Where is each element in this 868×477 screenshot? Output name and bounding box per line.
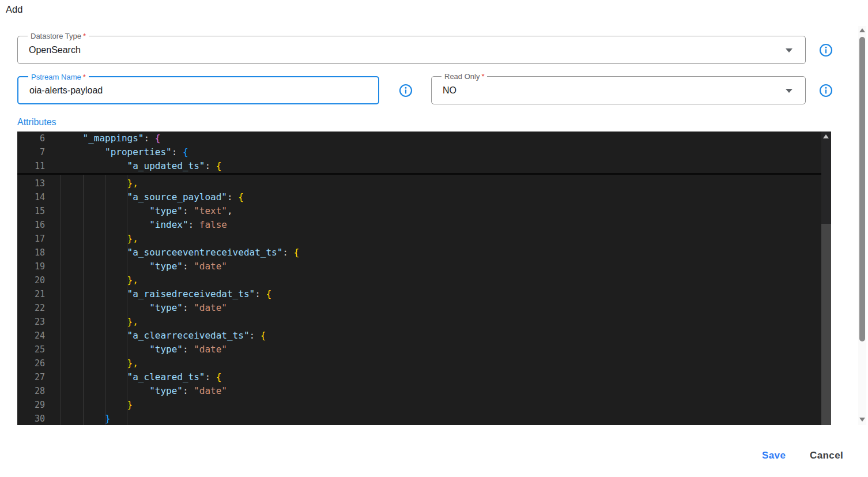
- read-only-label-text: Read Only: [444, 72, 480, 81]
- pstream-name-input[interactable]: [29, 77, 366, 103]
- code-text: },: [61, 356, 138, 370]
- editor-scrollbar[interactable]: [821, 132, 831, 425]
- line-number: 20: [17, 273, 45, 287]
- code-line[interactable]: 24"a_clearreceivedat_ts": {: [17, 329, 821, 343]
- line-number: 25: [17, 343, 45, 356]
- save-button[interactable]: Save: [758, 449, 789, 462]
- cancel-button[interactable]: Cancel: [806, 449, 847, 462]
- read-only-select[interactable]: Read Only* NO: [431, 76, 806, 104]
- line-number: 17: [17, 232, 45, 246]
- scroll-down-arrow-icon[interactable]: [859, 418, 865, 422]
- datastore-type-value: OpenSearch: [29, 45, 81, 55]
- code-line[interactable]: 15"type": "text",: [17, 204, 821, 218]
- code-line[interactable]: 22"type": "date": [17, 301, 821, 315]
- dropdown-arrow-icon[interactable]: [786, 48, 792, 52]
- line-number: 21: [17, 287, 45, 301]
- code-line[interactable]: 14"a_source_payload": {: [17, 190, 821, 204]
- code-line[interactable]: 16"index": false: [17, 218, 821, 232]
- code-text: "type": "text",: [61, 204, 233, 218]
- line-number: 6: [17, 132, 45, 145]
- code-line[interactable]: 23},: [17, 315, 821, 329]
- code-text: "_mappings": {: [61, 132, 160, 145]
- code-text: }: [61, 398, 133, 412]
- code-text: "type": "date": [61, 384, 227, 398]
- line-number: 15: [17, 204, 45, 218]
- datastore-type-label: Datastore Type*: [28, 32, 89, 40]
- line-number: 16: [17, 218, 45, 232]
- line-number: 7: [17, 145, 45, 159]
- code-line[interactable]: 7"properties": {: [17, 145, 821, 159]
- line-number: 13: [17, 176, 45, 190]
- code-line[interactable]: 13},: [17, 176, 821, 190]
- line-number: 29: [17, 398, 45, 412]
- code-text: }: [61, 412, 111, 425]
- info-icon[interactable]: [819, 84, 833, 97]
- scroll-up-arrow-icon[interactable]: [823, 134, 829, 138]
- page-scrollbar-thumb[interactable]: [859, 37, 865, 341]
- read-only-value: NO: [443, 85, 456, 96]
- code-text: "a_sourceeventreceivedat_ts": {: [61, 246, 299, 260]
- scroll-up-arrow-icon[interactable]: [859, 28, 865, 32]
- code-text: "a_cleared_ts": {: [61, 370, 221, 384]
- required-asterisk: *: [83, 32, 86, 40]
- code-text: },: [61, 273, 138, 287]
- editor-sticky-scroll[interactable]: 6"_mappings": {7"properties": {11"a_upda…: [17, 132, 821, 175]
- line-number: 28: [17, 384, 45, 398]
- line-number: 19: [17, 260, 45, 273]
- add-datastore-page: Add Datastore Type* OpenSearch Pstream N…: [0, 0, 868, 477]
- code-line[interactable]: 27"a_cleared_ts": {: [17, 370, 821, 384]
- code-text: },: [61, 176, 138, 190]
- code-editor[interactable]: 12"type": "date"13},14"a_source_payload"…: [17, 132, 831, 425]
- line-number: 14: [17, 190, 45, 204]
- line-number: 27: [17, 370, 45, 384]
- code-line[interactable]: 19"type": "date": [17, 260, 821, 273]
- line-number: 18: [17, 246, 45, 260]
- line-number: 30: [17, 412, 45, 425]
- line-number: 22: [17, 301, 45, 315]
- info-icon[interactable]: [819, 43, 833, 57]
- line-number: 23: [17, 315, 45, 329]
- code-text: "properties": {: [61, 145, 188, 159]
- code-line[interactable]: 30}: [17, 412, 821, 425]
- editor-code-lines[interactable]: 12"type": "date"13},14"a_source_payload"…: [17, 163, 821, 425]
- code-text: },: [61, 315, 138, 329]
- code-line[interactable]: 29}: [17, 398, 821, 412]
- read-only-label: Read Only*: [441, 72, 487, 81]
- line-number: 26: [17, 356, 45, 370]
- page-scrollbar[interactable]: [858, 26, 866, 425]
- line-number: 11: [17, 159, 45, 173]
- code-text: "type": "date": [61, 260, 227, 273]
- dropdown-arrow-icon[interactable]: [786, 89, 792, 93]
- code-text: "a_clearreceivedat_ts": {: [61, 329, 266, 343]
- code-line[interactable]: 21"a_raisedreceivedat_ts": {: [17, 287, 821, 301]
- code-text: "type": "date": [61, 301, 227, 315]
- attributes-link[interactable]: Attributes: [17, 117, 56, 127]
- code-line[interactable]: 18"a_sourceeventreceivedat_ts": {: [17, 246, 821, 260]
- required-asterisk: *: [481, 72, 484, 81]
- code-line[interactable]: 26},: [17, 356, 821, 370]
- code-text: },: [61, 232, 138, 246]
- code-text: "index": false: [61, 218, 227, 232]
- info-icon[interactable]: [399, 84, 413, 97]
- page-title: Add: [6, 4, 22, 15]
- code-line[interactable]: 25"type": "date": [17, 343, 821, 356]
- line-number: 24: [17, 329, 45, 343]
- datastore-type-select[interactable]: Datastore Type* OpenSearch: [17, 36, 806, 64]
- pstream-name-field[interactable]: Pstream Name*: [17, 76, 379, 104]
- code-text: "a_updated_ts": {: [61, 159, 221, 173]
- code-text: "a_source_payload": {: [61, 190, 244, 204]
- code-line[interactable]: 28"type": "date": [17, 384, 821, 398]
- datastore-type-label-text: Datastore Type: [31, 32, 81, 40]
- code-line[interactable]: 17},: [17, 232, 821, 246]
- code-line[interactable]: 20},: [17, 273, 821, 287]
- code-text: "a_raisedreceivedat_ts": {: [61, 287, 271, 301]
- editor-scrollbar-thumb[interactable]: [821, 224, 831, 425]
- code-line[interactable]: 11"a_updated_ts": {: [17, 159, 821, 173]
- code-line[interactable]: 6"_mappings": {: [17, 132, 821, 145]
- code-text: "type": "date": [61, 343, 227, 356]
